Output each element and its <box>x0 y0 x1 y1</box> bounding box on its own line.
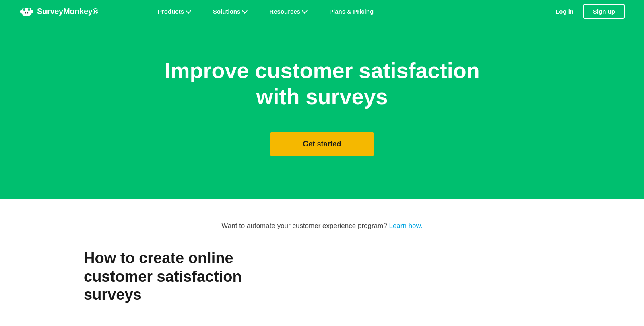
svg-point-7 <box>27 12 28 13</box>
products-chevron-icon <box>186 8 191 13</box>
solutions-chevron-icon <box>242 8 248 13</box>
hero-section: Improve customer satisfaction with surve… <box>0 23 644 199</box>
login-link[interactable]: Log in <box>555 8 574 15</box>
main-nav: Products Solutions Resources Plans & Pri… <box>147 0 555 23</box>
nav-plans-pricing[interactable]: Plans & Pricing <box>318 0 385 23</box>
logo-link[interactable]: SurveyMonkey® <box>19 4 98 18</box>
svg-point-9 <box>31 10 33 13</box>
site-header: SurveyMonkey® Products Solutions Resourc… <box>0 0 644 23</box>
header-actions: Log in Sign up <box>555 4 625 19</box>
below-hero-section: Want to automate your customer experienc… <box>0 199 644 320</box>
automate-paragraph: Want to automate your customer experienc… <box>221 222 422 230</box>
nav-solutions[interactable]: Solutions <box>202 0 258 23</box>
learn-how-link[interactable]: Learn how. <box>389 222 422 230</box>
svg-point-8 <box>20 10 23 13</box>
svg-point-6 <box>25 12 26 13</box>
surveymonkey-logo-icon <box>19 4 34 18</box>
signup-button[interactable]: Sign up <box>583 4 625 19</box>
svg-point-3 <box>23 8 25 11</box>
resources-chevron-icon <box>302 8 308 13</box>
nav-resources[interactable]: Resources <box>258 0 318 23</box>
svg-point-4 <box>28 8 30 11</box>
get-started-button[interactable]: Get started <box>270 132 373 156</box>
hero-title: Improve customer satisfaction with surve… <box>157 57 487 110</box>
nav-products[interactable]: Products <box>147 0 202 23</box>
section-title: How to create online customer satisfacti… <box>84 249 301 304</box>
logo-text: SurveyMonkey® <box>37 7 98 16</box>
